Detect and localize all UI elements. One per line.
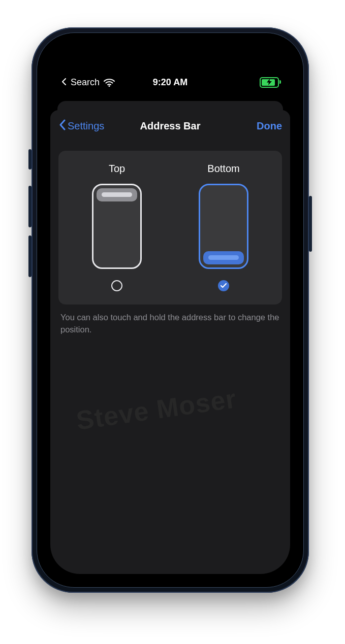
settings-sheet: Settings Address Bar Done Top bbox=[50, 110, 290, 574]
back-button[interactable]: Settings bbox=[58, 119, 104, 133]
page-title: Address Bar bbox=[140, 120, 201, 132]
power-button bbox=[309, 196, 312, 252]
option-top-preview bbox=[92, 184, 142, 269]
phone-bezel: Search 9:20 AM bbox=[37, 32, 304, 588]
address-bar-options-card: Top Bottom bbox=[58, 151, 282, 304]
option-top[interactable]: Top bbox=[64, 163, 170, 291]
status-time: 9:20 AM bbox=[153, 77, 187, 88]
phone-screen: Search 9:20 AM bbox=[50, 46, 290, 574]
back-caret-icon bbox=[61, 77, 67, 88]
option-bottom-radio[interactable] bbox=[218, 280, 229, 291]
option-top-radio[interactable] bbox=[111, 280, 122, 291]
phone-frame: Search 9:20 AM bbox=[32, 27, 309, 593]
checkmark-icon bbox=[221, 282, 227, 290]
option-top-label: Top bbox=[109, 163, 125, 175]
status-back-to-app[interactable]: Search bbox=[61, 77, 115, 88]
option-bottom-label: Bottom bbox=[207, 163, 239, 175]
bolt-icon bbox=[267, 79, 272, 87]
battery-charging-icon bbox=[260, 77, 279, 88]
nav-bar: Settings Address Bar Done bbox=[50, 110, 290, 142]
done-button[interactable]: Done bbox=[257, 120, 282, 132]
svg-point-0 bbox=[109, 85, 110, 87]
watermark: Steve Moser bbox=[74, 383, 238, 436]
status-back-label: Search bbox=[71, 77, 100, 88]
option-bottom-preview bbox=[199, 184, 248, 269]
back-label: Settings bbox=[68, 120, 104, 132]
option-bottom[interactable]: Bottom bbox=[170, 163, 277, 291]
wifi-icon bbox=[104, 79, 115, 87]
help-text: You can also touch and hold the address … bbox=[58, 304, 282, 336]
chevron-left-icon bbox=[58, 119, 67, 133]
status-bar: Search 9:20 AM bbox=[50, 46, 290, 93]
